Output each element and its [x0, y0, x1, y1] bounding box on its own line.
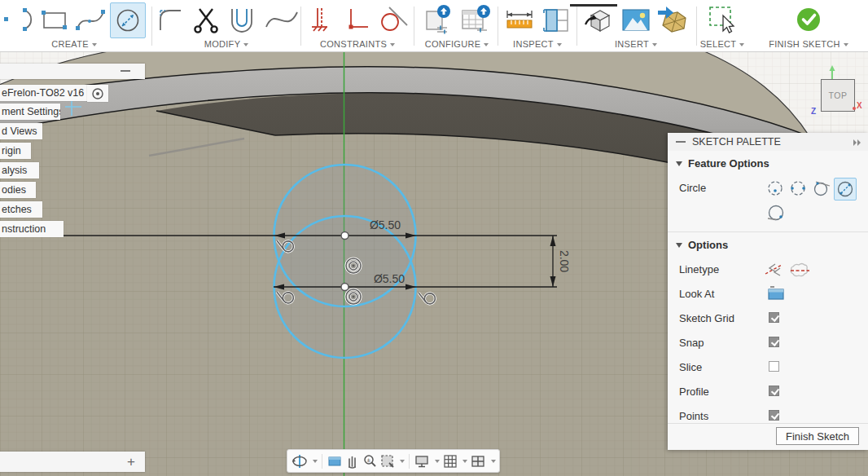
look-at-icon[interactable] — [767, 284, 787, 304]
snap-checkbox[interactable] — [769, 337, 779, 347]
points-checkbox[interactable] — [769, 410, 779, 421]
offset-tool-icon[interactable] — [226, 4, 260, 37]
arc-tool-icon[interactable] — [2, 4, 35, 37]
dimension-diameter-top[interactable]: Ø5.50 — [370, 218, 401, 231]
caret-icon — [652, 43, 657, 46]
inspect-menu[interactable]: INSPECT — [499, 39, 576, 49]
browser-item-document[interactable]: eFrelon-TO82 v16 — [0, 85, 88, 101]
insert-derive-icon[interactable] — [581, 3, 616, 37]
center-diameter-circle-icon — [836, 180, 854, 198]
caret-icon[interactable] — [313, 460, 318, 463]
insert-menu[interactable]: INSERT — [578, 39, 694, 49]
timeline-bar[interactable]: + — [0, 452, 145, 472]
viewcube-y-axis-icon — [826, 64, 839, 80]
viewcube-x-axis-dot — [852, 105, 858, 112]
viewcube-z-axis-label: Z — [811, 107, 816, 116]
select-tool-icon[interactable] — [704, 3, 741, 37]
browser-item-named-views[interactable]: d Views — [0, 123, 42, 139]
display-settings-icon[interactable] — [414, 453, 429, 469]
zoom-window-icon[interactable] — [379, 453, 395, 469]
viewports-icon[interactable] — [470, 453, 485, 469]
minimize-icon[interactable] — [121, 70, 130, 72]
collapse-triangle-icon — [676, 161, 682, 166]
browser-item-sketches[interactable]: etches — [0, 201, 42, 218]
zoom-icon[interactable]: ± — [362, 453, 377, 469]
centerline-icon[interactable] — [791, 264, 809, 276]
circle-tool-active-highlight[interactable] — [110, 2, 146, 38]
dimension-diameter-bottom[interactable]: Ø5.50 — [374, 272, 405, 285]
section-analysis-icon[interactable] — [540, 4, 572, 37]
toolbar-group-finish-sketch: FINISH SKETCH — [749, 0, 868, 51]
circle-row-label: Circle — [679, 182, 706, 194]
profile-checkbox[interactable] — [769, 386, 779, 396]
toolbar-group-constraints: CONSTRAINTS — [304, 0, 411, 51]
spline-tool-icon[interactable] — [74, 4, 107, 37]
sketch-palette-panel: SKETCH PALETTE Feature Options Circle Op… — [668, 133, 868, 450]
create-menu[interactable]: CREATE — [0, 39, 148, 49]
insert-mesh-icon[interactable] — [656, 3, 690, 37]
caret-icon — [557, 43, 562, 46]
circle-center-point-bottom[interactable] — [341, 284, 349, 291]
toolbar-group-create: CREATE — [0, 0, 148, 51]
browser-item-construction[interactable]: nstruction — [0, 221, 64, 237]
view-cube[interactable]: TOP — [821, 79, 855, 112]
measure-tool-icon[interactable] — [502, 4, 537, 37]
configuration-table-icon[interactable] — [458, 3, 493, 37]
browser-item-origin[interactable]: rigin — [0, 143, 31, 159]
browser-item-analysis[interactable]: alysis — [0, 162, 39, 178]
select-menu[interactable]: SELECT — [697, 39, 747, 49]
slice-checkbox[interactable] — [769, 361, 779, 372]
section-options[interactable]: Options — [676, 239, 728, 251]
modify-menu[interactable]: MODIFY — [155, 39, 298, 49]
configure-menu[interactable]: CONFIGURE — [417, 39, 497, 49]
add-icon[interactable]: + — [127, 454, 135, 470]
three-tangent-circle-icon[interactable] — [765, 203, 787, 223]
fillet-tool-icon[interactable] — [155, 4, 186, 37]
minimize-icon[interactable] — [676, 141, 686, 143]
toolbar-group-modify: MODIFY — [155, 0, 298, 51]
sketch-grid-label: Sketch Grid — [679, 312, 734, 324]
insert-canvas-icon[interactable] — [619, 3, 653, 37]
browser-header-bar[interactable] — [0, 64, 145, 79]
finish-sketch-button[interactable]: Finish Sketch — [776, 427, 859, 445]
toolbar-group-configure: CONFIGURE — [417, 0, 497, 51]
caret-icon — [390, 43, 395, 46]
palette-header[interactable]: SKETCH PALETTE — [668, 133, 868, 151]
caret-icon[interactable] — [400, 460, 405, 463]
circle-diameter-option-active[interactable] — [834, 178, 857, 201]
constraints-menu[interactable]: CONSTRAINTS — [304, 39, 411, 49]
circle-tool-icon[interactable] — [113, 6, 142, 35]
browser-item-document-settings[interactable]: ment Settings — [0, 104, 60, 120]
navbar-separator — [322, 454, 322, 469]
two-point-circle-icon[interactable] — [791, 182, 805, 195]
caret-icon[interactable] — [491, 460, 496, 463]
snap-label: Snap — [679, 337, 704, 349]
toolbar-group-insert: INSERT — [578, 0, 694, 51]
grid-settings-icon[interactable] — [442, 453, 458, 469]
orbit-icon[interactable] — [291, 453, 307, 469]
expand-right-icon[interactable] — [853, 139, 863, 146]
construction-line-icon[interactable] — [765, 264, 782, 275]
section-feature-options[interactable]: Feature Options — [676, 157, 769, 170]
browser-item-bodies[interactable]: odies — [0, 182, 36, 198]
circle-center-point-top[interactable] — [341, 232, 349, 240]
rectangle-tool-icon[interactable] — [38, 4, 71, 37]
configure-feature-icon[interactable] — [421, 3, 455, 37]
two-tangent-circle-icon[interactable] — [815, 182, 831, 196]
fix-constraint-icon[interactable] — [305, 4, 337, 37]
browser-item-visibility[interactable] — [87, 85, 108, 102]
trim-tool-icon[interactable] — [190, 4, 223, 37]
look-at-icon[interactable] — [327, 453, 342, 469]
finish-sketch-icon[interactable] — [792, 4, 825, 37]
dimension-vertical-offset[interactable]: 2.00 — [558, 250, 571, 272]
edit-spline-tool-icon[interactable] — [264, 4, 298, 37]
center-circle-icon[interactable] — [769, 182, 782, 195]
flyout-edge-line — [570, 4, 617, 7]
finish-sketch-menu[interactable]: FINISH SKETCH — [749, 39, 868, 49]
caret-icon[interactable] — [462, 460, 467, 463]
pan-icon[interactable] — [344, 453, 360, 469]
horizontal-vertical-constraint-icon[interactable] — [340, 4, 373, 37]
tangent-constraint-icon[interactable] — [376, 4, 410, 37]
sketch-grid-checkbox[interactable] — [769, 312, 779, 323]
caret-icon[interactable] — [435, 460, 440, 463]
